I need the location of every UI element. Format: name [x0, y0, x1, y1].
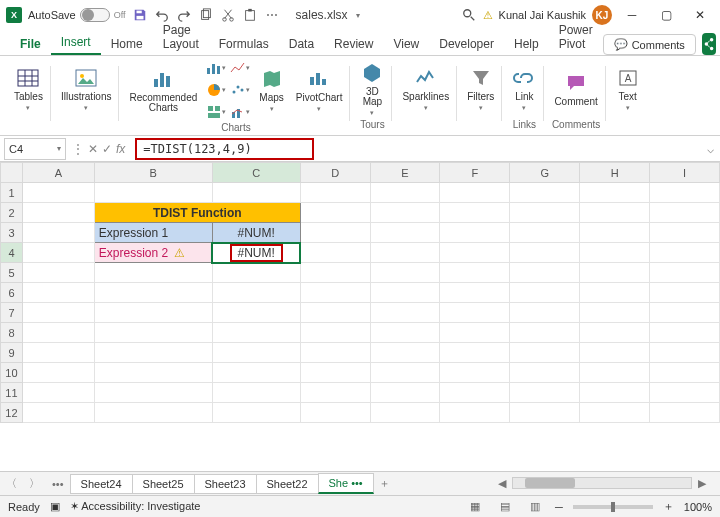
cell[interactable] [94, 323, 212, 343]
cell[interactable] [22, 203, 94, 223]
hscroll-track[interactable] [512, 477, 692, 489]
cell[interactable] [650, 363, 720, 383]
cell[interactable] [440, 403, 510, 423]
row-header[interactable]: 1 [1, 183, 23, 203]
row-header[interactable]: 5 [1, 263, 23, 283]
sheet-more-icon[interactable]: ••• [46, 478, 70, 490]
cell[interactable] [22, 283, 94, 303]
cell[interactable] [650, 323, 720, 343]
cell[interactable] [370, 223, 440, 243]
cell[interactable] [300, 263, 370, 283]
share-button[interactable] [702, 33, 716, 55]
new-sheet-icon[interactable]: ＋ [373, 476, 396, 491]
comments-button[interactable]: 💬 Comments [603, 34, 696, 55]
zoom-slider[interactable] [573, 505, 653, 509]
sparklines-button[interactable]: Sparklines▾ [398, 64, 453, 114]
col-header[interactable]: D [300, 163, 370, 183]
recommended-charts-button[interactable]: Recommended Charts [125, 65, 201, 115]
sheet-next-icon[interactable]: 〉 [23, 476, 46, 491]
cell[interactable] [370, 323, 440, 343]
name-box[interactable]: C4 ▾ [4, 138, 66, 160]
cell[interactable] [22, 243, 94, 263]
row-header[interactable]: 12 [1, 403, 23, 423]
row-header[interactable]: 9 [1, 343, 23, 363]
cell[interactable] [370, 203, 440, 223]
cell[interactable] [650, 183, 720, 203]
autosave-toggle[interactable]: AutoSave Off [28, 8, 126, 22]
pivotchart-button[interactable]: PivotChart▾ [292, 65, 347, 115]
text-button[interactable]: AText▾ [612, 64, 644, 114]
worksheet-grid[interactable]: ABCDEFGHI12TDIST Function3Expression 1#N… [0, 162, 720, 471]
row-header[interactable]: 7 [1, 303, 23, 323]
cell[interactable] [300, 363, 370, 383]
cell[interactable] [370, 183, 440, 203]
close-button[interactable]: ✕ [686, 3, 714, 27]
cut-icon[interactable] [220, 7, 236, 23]
cell[interactable] [440, 183, 510, 203]
cell[interactable] [650, 303, 720, 323]
cell[interactable] [22, 183, 94, 203]
hierarchy-chart-icon[interactable]: ▾ [205, 102, 227, 122]
cell[interactable] [300, 323, 370, 343]
cell[interactable] [370, 383, 440, 403]
illustrations-button[interactable]: Illustrations▾ [57, 64, 116, 114]
name-box-dd-icon[interactable]: ▾ [57, 144, 61, 153]
tab-insert[interactable]: Insert [51, 31, 101, 55]
cell[interactable] [510, 203, 580, 223]
cell[interactable] [22, 343, 94, 363]
cell[interactable] [370, 263, 440, 283]
tables-button[interactable]: Tables▾ [10, 64, 47, 114]
cell[interactable] [22, 363, 94, 383]
cell[interactable] [300, 243, 370, 263]
hscroll-thumb[interactable] [525, 478, 575, 488]
cell[interactable] [370, 303, 440, 323]
cell[interactable] [94, 403, 212, 423]
col-header[interactable]: F [440, 163, 510, 183]
cell[interactable] [440, 383, 510, 403]
cell[interactable] [510, 243, 580, 263]
cell[interactable] [300, 343, 370, 363]
cell[interactable] [580, 283, 650, 303]
zoom-out-icon[interactable]: ─ [555, 501, 563, 513]
cell[interactable] [580, 363, 650, 383]
cell[interactable] [94, 183, 212, 203]
cell[interactable] [22, 383, 94, 403]
cell[interactable] [510, 283, 580, 303]
cell[interactable] [94, 383, 212, 403]
link-button[interactable]: Link▾ [508, 64, 540, 114]
cell[interactable] [300, 383, 370, 403]
cell[interactable] [300, 223, 370, 243]
cell[interactable] [510, 343, 580, 363]
cell[interactable] [300, 183, 370, 203]
autosave-switch[interactable] [80, 8, 110, 22]
tab-review[interactable]: Review [324, 33, 383, 55]
tab-file[interactable]: File [10, 33, 51, 55]
pie-chart-icon[interactable]: ▾ [205, 80, 227, 100]
zoom-level[interactable]: 100% [684, 501, 712, 513]
cell[interactable] [94, 263, 212, 283]
cell[interactable] [440, 363, 510, 383]
paste-icon[interactable] [242, 7, 258, 23]
sheet-tab-active[interactable]: She ••• [318, 473, 374, 494]
accessibility-status[interactable]: ✶ Accessibility: Investigate [70, 500, 201, 513]
warning-icon[interactable]: ⚠ [174, 246, 185, 260]
combo-chart-icon[interactable]: ▾ [229, 102, 251, 122]
col-header[interactable]: H [580, 163, 650, 183]
cell[interactable] [510, 303, 580, 323]
cell[interactable] [212, 403, 300, 423]
maps-button[interactable]: Maps▾ [255, 65, 287, 115]
cell[interactable] [510, 263, 580, 283]
cell[interactable] [370, 243, 440, 263]
tab-data[interactable]: Data [279, 33, 324, 55]
cell[interactable] [22, 403, 94, 423]
cell[interactable]: Expression 1 [94, 223, 212, 243]
sheet-tab[interactable]: Sheet23 [194, 474, 257, 494]
bar-chart-icon[interactable]: ▾ [205, 58, 227, 78]
cell[interactable] [212, 263, 300, 283]
filename-dd-icon[interactable]: ▾ [356, 11, 360, 20]
cell[interactable] [370, 343, 440, 363]
more-icon[interactable]: ⋯ [264, 7, 280, 23]
sheet-tab[interactable]: Sheet22 [256, 474, 319, 494]
cell[interactable]: #NUM! [212, 243, 300, 263]
cell[interactable] [300, 203, 370, 223]
